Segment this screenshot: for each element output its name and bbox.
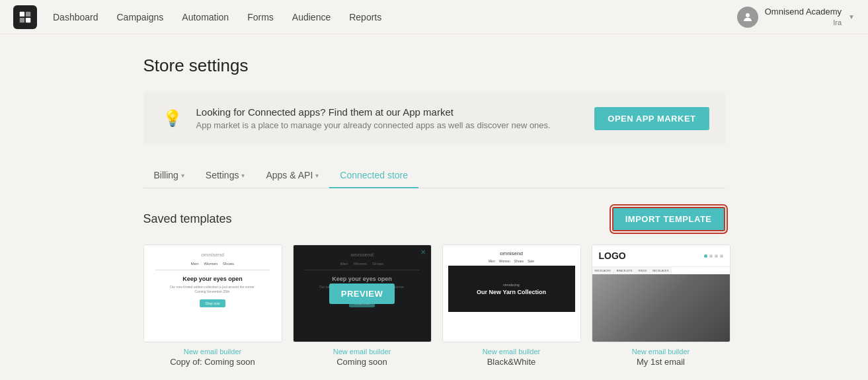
preview-button-4[interactable]: PREVIEW (628, 284, 693, 304)
banner-title: Looking for Connected apps? Find them at… (196, 106, 584, 118)
nav-automation[interactable]: Automation (182, 12, 229, 22)
template-name-2: Coming soon (293, 357, 432, 367)
user-name: Omnisend Academy (765, 7, 842, 18)
preview-button-2[interactable]: PREVIEW (329, 284, 395, 304)
template-badge-1: New email builder (143, 348, 282, 356)
template-card-4: LOGO NECKLACES BRACELETS RINGS NECKLACES (592, 245, 730, 367)
svg-rect-1 (26, 11, 30, 16)
nav-campaigns[interactable]: Campaigns (117, 12, 164, 22)
lightbulb-icon: 💡 (159, 105, 186, 132)
avatar (737, 7, 758, 28)
apps-chevron-icon: ▾ (315, 172, 319, 179)
nav-audience[interactable]: Audience (292, 12, 331, 22)
template-badge-2: New email builder (293, 348, 432, 356)
nav-dashboard[interactable]: Dashboard (53, 12, 99, 22)
billing-chevron-icon: ▾ (181, 172, 184, 179)
tab-apps-api[interactable]: Apps & API ▾ (255, 163, 329, 188)
banner-subtitle: App market is a place to manage your alr… (196, 120, 584, 130)
card2-preview-overlay: PREVIEW (294, 245, 431, 342)
preview-button-3[interactable]: PREVIEW (479, 284, 544, 304)
preview-button-1[interactable]: PREVIEW (180, 284, 245, 304)
main-content: Store settings 💡 Looking for Connected a… (130, 34, 738, 367)
template-card-2: ✕ omnisend MenWomenShoes Keep your eyes … (293, 245, 432, 367)
user-sub: Ira (765, 18, 842, 27)
template-preview-2[interactable]: ✕ omnisend MenWomenShoes Keep your eyes … (293, 245, 432, 342)
svg-rect-2 (20, 17, 24, 22)
nav-forms[interactable]: Forms (247, 12, 274, 22)
user-info: Omnisend Academy Ira (765, 7, 842, 27)
templates-grid: omnisend MenWomenShoes Keep your eyes op… (143, 245, 725, 367)
section-header: Saved templates IMPORT TEMPLATE (143, 207, 725, 231)
svg-rect-0 (20, 11, 24, 16)
app-market-banner: 💡 Looking for Connected apps? Find them … (143, 92, 725, 145)
banner-text: Looking for Connected apps? Find them at… (196, 106, 584, 130)
nav-reports[interactable]: Reports (349, 12, 381, 22)
svg-rect-3 (26, 17, 30, 22)
import-template-button[interactable]: IMPORT TEMPLATE (612, 207, 725, 231)
user-menu[interactable]: Omnisend Academy Ira ▼ (737, 7, 855, 28)
settings-tabs: Billing ▾ Settings ▾ Apps & API ▾ Connec… (143, 163, 725, 188)
navbar: Dashboard Campaigns Automation Forms Aud… (0, 0, 868, 34)
page-title: Store settings (143, 56, 725, 76)
svg-point-4 (746, 13, 750, 17)
template-name-3: Black&White (442, 357, 581, 367)
template-name-4: My 1st email (592, 357, 730, 367)
template-badge-4: New email builder (592, 348, 730, 356)
user-menu-chevron-icon: ▼ (848, 13, 855, 20)
settings-chevron-icon: ▾ (241, 172, 245, 179)
template-preview-4[interactable]: LOGO NECKLACES BRACELETS RINGS NECKLACES (592, 245, 730, 342)
tab-connected-store[interactable]: Connected store (329, 163, 418, 188)
template-card-3: omnisend MenWomenShoesSale introducing O… (442, 245, 581, 367)
navbar-links: Dashboard Campaigns Automation Forms Aud… (53, 12, 737, 22)
template-name-1: Copy of: Coming soon (143, 357, 282, 367)
template-badge-3: New email builder (442, 348, 581, 356)
app-logo[interactable] (13, 5, 37, 29)
template-card-1: omnisend MenWomenShoes Keep your eyes op… (143, 245, 282, 367)
tab-settings[interactable]: Settings ▾ (195, 163, 256, 188)
section-title: Saved templates (143, 212, 232, 226)
open-app-market-button[interactable]: OPEN APP MARKET (594, 107, 709, 130)
template-preview-3[interactable]: omnisend MenWomenShoesSale introducing O… (442, 245, 581, 342)
template-preview-1[interactable]: omnisend MenWomenShoes Keep your eyes op… (143, 245, 282, 342)
tab-billing[interactable]: Billing ▾ (143, 163, 195, 188)
